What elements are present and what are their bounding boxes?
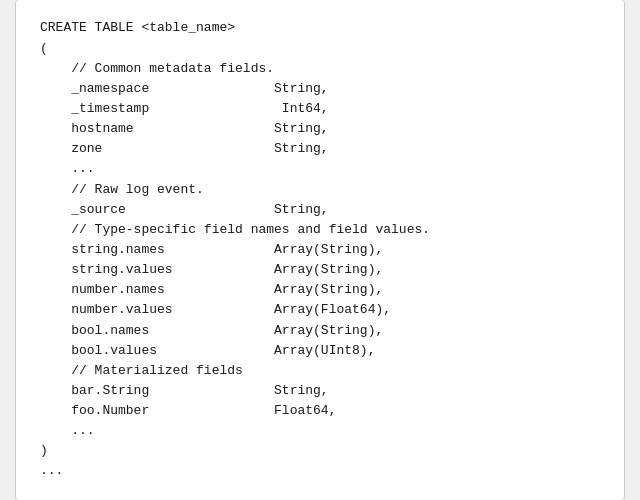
code-line: string.names Array(String), (40, 240, 600, 260)
code-line: // Common metadata fields. (40, 59, 600, 79)
code-line: _namespace String, (40, 79, 600, 99)
code-line: number.values Array(Float64), (40, 300, 600, 320)
code-line: zone String, (40, 139, 600, 159)
code-line: CREATE TABLE <table_name> (40, 18, 600, 38)
code-line: // Raw log event. (40, 180, 600, 200)
code-line: string.values Array(String), (40, 260, 600, 280)
code-line: ... (40, 421, 600, 441)
code-line: ... (40, 159, 600, 179)
code-line: number.names Array(String), (40, 280, 600, 300)
code-line: // Type-specific field names and field v… (40, 220, 600, 240)
code-line: bool.names Array(String), (40, 321, 600, 341)
code-line: ) (40, 441, 600, 461)
code-block: CREATE TABLE <table_name>( // Common met… (15, 0, 625, 500)
code-line: hostname String, (40, 119, 600, 139)
code-line: // Materialized fields (40, 361, 600, 381)
code-line: bool.values Array(UInt8), (40, 341, 600, 361)
code-line: _timestamp Int64, (40, 99, 600, 119)
code-line: foo.Number Float64, (40, 401, 600, 421)
code-line: bar.String String, (40, 381, 600, 401)
code-line: ... (40, 461, 600, 481)
code-line: _source String, (40, 200, 600, 220)
code-line: ( (40, 39, 600, 59)
